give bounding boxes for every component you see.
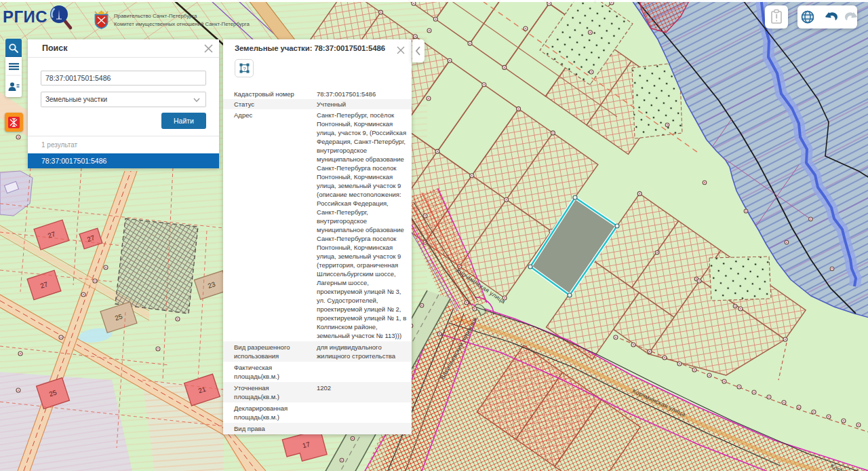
svg-text:?: ? <box>243 66 246 72</box>
